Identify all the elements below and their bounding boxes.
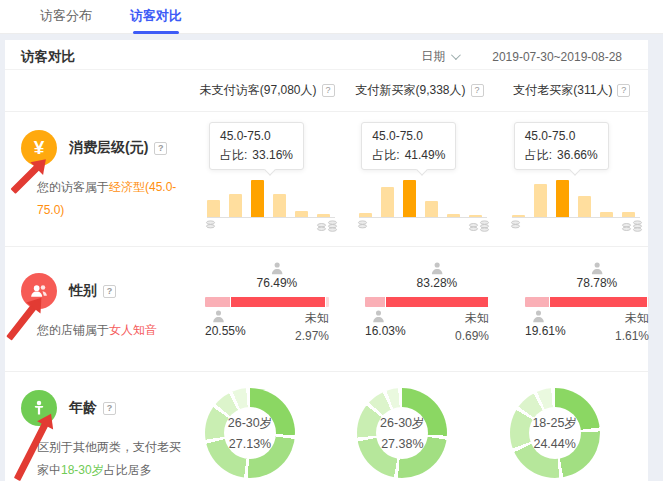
date-range-value[interactable]: 2019-07-30~2019-08-28: [492, 50, 622, 64]
card-header: 访客对比 日期 2019-07-30~2019-08-28: [5, 40, 648, 70]
bar-chart: [359, 179, 487, 218]
help-icon[interactable]: ?: [103, 285, 116, 298]
coin-icon-small: [357, 220, 368, 229]
female-icon: [589, 261, 604, 276]
gender-chart-unpaid: 76.49% 20.55% 未知 2.97%: [191, 247, 351, 371]
female-percent: 78.78%: [577, 276, 618, 290]
gender-bar: [525, 297, 649, 307]
donut-center-percent: 24.44%: [533, 437, 575, 451]
section-gender: 性别 ? 您的店铺属于女人知音 76.49%: [5, 247, 648, 372]
donut-center-percent: 27.13%: [229, 437, 271, 451]
unknown-label: 未知: [455, 309, 489, 327]
unknown-percent: 0.69%: [455, 327, 489, 345]
coin-icon-small: [510, 220, 521, 229]
column-header-new-buyers: 支付新买家(9,338人) ?: [343, 82, 495, 99]
donut-center-label: 26-30岁: [380, 415, 424, 432]
male-percent: 19.61%: [525, 324, 566, 338]
column-header-row: 未支付访客(97,080人) ? 支付新买家(9,338人) ? 支付老买家(3…: [5, 70, 648, 112]
chart-tooltip: 45.0-75.0 占比:33.16%: [209, 122, 304, 170]
section-consume-level: ¥ 消费层级(元) ? 您的访客属于经济型(45.0-75.0) 45.0-75…: [5, 112, 648, 247]
bar-chart: [207, 179, 335, 218]
gender-chart-new-buyers: 83.28% 16.03% 未知 0.69%: [351, 247, 511, 371]
date-filter-dropdown[interactable]: 日期: [421, 48, 458, 65]
visitor-compare-card: 访客对比 日期 2019-07-30~2019-08-28 未支付访客(97,0…: [5, 40, 648, 481]
age-highlight-text: 18-30岁: [61, 463, 104, 477]
consume-chart-old-buyers: 45.0-75.0 占比:36.66%: [496, 112, 648, 246]
unknown-label: 未知: [615, 309, 649, 327]
column-header-old-buyers: 支付老买家(311人) ?: [496, 82, 648, 99]
female-icon: [269, 261, 284, 276]
annotation-arrow: [6, 305, 36, 341]
male-percent: 16.03%: [365, 324, 406, 338]
gender-label-cell: 性别 ? 您的店铺属于女人知音: [5, 247, 191, 371]
age-chart-old-buyers: 18-25岁 24.44%: [496, 372, 648, 481]
section-age: 年龄 ? 区别于其他两类，支付老买家中18-30岁占比居多 26-30岁 27.…: [5, 372, 648, 481]
donut-chart: 18-25岁 24.44%: [510, 388, 600, 478]
gender-highlight-text: 女人知音: [109, 323, 157, 337]
date-filter-label: 日期: [421, 48, 445, 65]
age-section-title: 年龄 ?: [69, 399, 116, 417]
coin-icon-large: [468, 220, 491, 232]
male-icon: [371, 309, 386, 324]
female-percent: 83.28%: [417, 276, 458, 290]
consume-description: 您的访客属于经济型(45.0-75.0): [37, 176, 189, 223]
column-header-unpaid: 未支付访客(97,080人) ?: [191, 82, 343, 99]
chart-tooltip: 45.0-75.0 占比:36.66%: [514, 122, 609, 170]
coin-icon-large: [316, 220, 339, 232]
chevron-down-icon: [451, 50, 461, 60]
consume-chart-new-buyers: 45.0-75.0 占比:41.49%: [343, 112, 495, 246]
female-percent: 76.49%: [257, 276, 298, 290]
gender-description: 您的店铺属于女人知音: [37, 319, 189, 342]
tab-visitor-distribution[interactable]: 访客分布: [40, 0, 92, 34]
gender-section-title: 性别 ?: [69, 282, 116, 300]
page-title: 访客对比: [21, 48, 75, 66]
consume-label-cell: ¥ 消费层级(元) ? 您的访客属于经济型(45.0-75.0): [5, 112, 191, 246]
coin-icon-large: [621, 220, 644, 232]
gender-chart-old-buyers: 78.78% 19.61% 未知 1.61%: [511, 247, 663, 371]
age-description: 区别于其他两类，支付老买家中18-30岁占比居多: [37, 436, 189, 481]
tab-visitor-compare[interactable]: 访客对比: [130, 0, 182, 34]
help-icon[interactable]: ?: [322, 84, 335, 97]
female-icon: [429, 261, 444, 276]
annotation-arrow: [11, 165, 40, 194]
gender-bar: [365, 297, 489, 307]
donut-center-percent: 27.38%: [381, 437, 423, 451]
male-icon: [531, 309, 546, 324]
help-icon[interactable]: ?: [471, 84, 484, 97]
unknown-percent: 2.97%: [295, 327, 329, 345]
help-icon[interactable]: ?: [103, 402, 116, 415]
donut-center-label: 26-30岁: [228, 415, 272, 432]
coin-icon-small: [205, 220, 216, 229]
help-icon[interactable]: ?: [154, 142, 167, 155]
age-chart-new-buyers: 26-30岁 27.38%: [343, 372, 495, 481]
male-icon: [211, 309, 226, 324]
chart-tooltip: 45.0-75.0 占比:41.49%: [361, 122, 456, 170]
unknown-label: 未知: [295, 309, 329, 327]
age-chart-unpaid: 26-30岁 27.13%: [191, 372, 343, 481]
top-tab-bar: 访客分布 访客对比: [0, 0, 663, 34]
age-label-cell: 年龄 ? 区别于其他两类，支付老买家中18-30岁占比居多: [5, 372, 191, 481]
male-percent: 20.55%: [205, 324, 246, 338]
consume-section-title: 消费层级(元) ?: [69, 139, 167, 157]
donut-chart: 26-30岁 27.38%: [357, 388, 447, 478]
donut-chart: 26-30岁 27.13%: [205, 388, 295, 478]
donut-center-label: 18-25岁: [532, 415, 576, 432]
gender-bar: [205, 297, 329, 307]
bar-chart: [512, 179, 640, 218]
consume-chart-unpaid: 45.0-75.0 占比:33.16%: [191, 112, 343, 246]
unknown-percent: 1.61%: [615, 327, 649, 345]
help-icon[interactable]: ?: [617, 84, 630, 97]
